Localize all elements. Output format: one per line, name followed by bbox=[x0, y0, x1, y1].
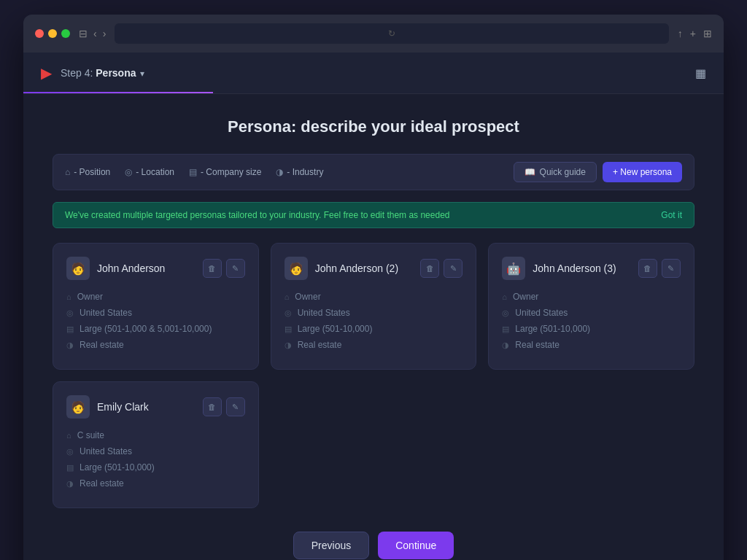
filter-company-size[interactable]: ▤ - Company size bbox=[189, 167, 261, 177]
size-detail-icon-3: ▤ bbox=[502, 324, 509, 334]
persona-name-area-4: 🧑 Emily Clark bbox=[66, 395, 149, 419]
browser-actions: ↑ + ⊞ bbox=[678, 28, 712, 39]
persona-name-area-2: 🧑 John Anderson (2) bbox=[285, 257, 398, 280]
industry-detail-icon: ◑ bbox=[66, 341, 74, 350]
persona-card-1: 🧑 John Anderson 🗑 ✎ ⌂ Owner ◎ bbox=[53, 243, 259, 370]
persona-detail-position-3: ⌂ Owner bbox=[502, 292, 681, 302]
persona-detail-industry-4: ◑ Real estate bbox=[66, 478, 245, 489]
delete-persona-1-button[interactable]: 🗑 bbox=[203, 259, 222, 278]
persona-detail-industry-3: ◑ Real estate bbox=[502, 340, 681, 350]
industry-icon: ◑ bbox=[276, 167, 283, 177]
step-dropdown-icon[interactable]: ▾ bbox=[140, 69, 144, 79]
delete-persona-4-button[interactable]: 🗑 bbox=[203, 397, 222, 416]
page-title: Persona: describe your ideal prospect bbox=[53, 117, 694, 136]
persona-actions-2: 🗑 ✎ bbox=[420, 259, 462, 278]
persona-header-1: 🧑 John Anderson 🗑 ✎ bbox=[66, 257, 245, 280]
persona-name-area-1: 🧑 John Anderson bbox=[66, 257, 165, 280]
persona-detail-location-3: ◎ United States bbox=[502, 308, 681, 318]
filter-bar: ⌂ - Position ◎ - Location ▤ - Company si… bbox=[53, 154, 694, 190]
back-icon[interactable]: ‹ bbox=[93, 28, 97, 39]
logo-area: ▶ Step 4: Persona ▾ bbox=[41, 64, 144, 82]
persona-card-4: 🧑 Emily Clark 🗑 ✎ ⌂ C suite ◎ bbox=[53, 381, 259, 508]
edit-persona-4-button[interactable]: ✎ bbox=[226, 397, 245, 416]
persona-detail-industry-2: ◑ Real estate bbox=[285, 340, 463, 350]
refresh-icon: ↻ bbox=[388, 28, 395, 39]
empty-slot-1 bbox=[271, 381, 477, 508]
persona-avatar-1: 🧑 bbox=[66, 257, 90, 280]
share-icon[interactable]: ↑ bbox=[678, 28, 683, 39]
continue-button[interactable]: Continue bbox=[378, 532, 454, 559]
notification-bar: We've created multiple targeted personas… bbox=[53, 202, 694, 228]
edit-persona-1-button[interactable]: ✎ bbox=[226, 259, 245, 278]
persona-header-3: 🤖 John Anderson (3) 🗑 ✎ bbox=[502, 257, 681, 280]
quick-guide-button[interactable]: 📖 Quick guide bbox=[514, 162, 597, 182]
persona-card-3: 🤖 John Anderson (3) 🗑 ✎ ⌂ Owner ◎ bbox=[488, 243, 694, 370]
persona-actions-1: 🗑 ✎ bbox=[203, 259, 245, 278]
persona-detail-size-2: ▤ Large (501-10,000) bbox=[285, 324, 463, 334]
step-label: Step 4: Persona ▾ bbox=[61, 67, 144, 79]
step-name: Persona bbox=[96, 67, 136, 79]
forward-icon[interactable]: › bbox=[103, 28, 107, 39]
location-detail-icon-2: ◎ bbox=[285, 308, 292, 318]
persona-actions-3: 🗑 ✎ bbox=[638, 259, 681, 278]
browser-nav: ⊟ ‹ › bbox=[79, 28, 106, 39]
position-detail-icon-3: ⌂ bbox=[502, 292, 507, 301]
page-container: ▶ Step 4: Persona ▾ ▦ Persona: describe … bbox=[23, 52, 724, 560]
filter-location[interactable]: ◎ - Location bbox=[125, 167, 174, 177]
maximize-button[interactable] bbox=[61, 29, 70, 38]
got-it-button[interactable]: Got it bbox=[661, 210, 682, 220]
filter-actions: 📖 Quick guide + New persona bbox=[514, 162, 682, 182]
personas-grid: 🧑 John Anderson 🗑 ✎ ⌂ Owner ◎ bbox=[53, 243, 694, 508]
filter-position[interactable]: ⌂ - Position bbox=[65, 167, 110, 177]
persona-detail-position-1: ⌂ Owner bbox=[66, 292, 245, 302]
persona-detail-position-2: ⌂ Owner bbox=[285, 292, 463, 302]
persona-detail-location-4: ◎ United States bbox=[66, 446, 245, 456]
persona-name-4: Emily Clark bbox=[97, 401, 149, 413]
calendar-icon[interactable]: ▦ bbox=[695, 66, 706, 80]
size-detail-icon-2: ▤ bbox=[285, 324, 292, 334]
persona-detail-location-1: ◎ United States bbox=[66, 308, 245, 318]
industry-detail-icon-4: ◑ bbox=[66, 479, 74, 489]
size-detail-icon: ▤ bbox=[66, 324, 74, 334]
position-icon: ⌂ bbox=[65, 167, 70, 177]
minimize-button[interactable] bbox=[48, 29, 57, 38]
empty-slot-2 bbox=[488, 381, 694, 508]
delete-persona-2-button[interactable]: 🗑 bbox=[420, 259, 439, 278]
filter-tags: ⌂ - Position ◎ - Location ▤ - Company si… bbox=[65, 167, 323, 177]
address-bar[interactable]: ↻ bbox=[115, 23, 668, 44]
top-bar: ▶ Step 4: Persona ▾ ▦ bbox=[23, 52, 724, 94]
browser-window: ⊟ ‹ › ↻ ↑ + ⊞ ▶ Step 4: Persona ▾ ▦ bbox=[23, 15, 724, 560]
location-detail-icon: ◎ bbox=[66, 308, 74, 318]
position-detail-icon-2: ⌂ bbox=[285, 292, 290, 301]
location-detail-icon-3: ◎ bbox=[502, 308, 509, 318]
persona-avatar-3: 🤖 bbox=[502, 257, 525, 280]
edit-persona-2-button[interactable]: ✎ bbox=[444, 259, 462, 278]
persona-detail-size-4: ▤ Large (501-10,000) bbox=[66, 462, 245, 472]
industry-detail-icon-3: ◑ bbox=[502, 341, 509, 350]
delete-persona-3-button[interactable]: 🗑 bbox=[638, 259, 657, 278]
industry-detail-icon-2: ◑ bbox=[285, 341, 292, 350]
persona-detail-location-2: ◎ United States bbox=[285, 308, 463, 318]
book-icon: 📖 bbox=[525, 167, 535, 177]
main-content: Persona: describe your ideal prospect ⌂ … bbox=[23, 94, 724, 560]
bottom-nav: Previous Continue bbox=[53, 532, 694, 560]
persona-header-2: 🧑 John Anderson (2) 🗑 ✎ bbox=[285, 257, 463, 280]
position-detail-icon-4: ⌂ bbox=[66, 431, 71, 440]
sidebar-toggle-icon[interactable]: ⊟ bbox=[79, 28, 88, 39]
new-tab-icon[interactable]: + bbox=[690, 28, 696, 39]
persona-name-1: John Anderson bbox=[97, 262, 165, 274]
edit-persona-3-button[interactable]: ✎ bbox=[662, 259, 681, 278]
size-detail-icon-4: ▤ bbox=[66, 463, 74, 472]
persona-avatar-4: 🧑 bbox=[66, 395, 90, 419]
grid-icon[interactable]: ⊞ bbox=[703, 28, 712, 39]
persona-card-2: 🧑 John Anderson (2) 🗑 ✎ ⌂ Owner ◎ bbox=[271, 243, 477, 370]
location-icon: ◎ bbox=[125, 167, 132, 177]
close-button[interactable] bbox=[35, 29, 44, 38]
location-detail-icon-4: ◎ bbox=[66, 447, 74, 456]
persona-detail-size-3: ▤ Large (501-10,000) bbox=[502, 324, 681, 334]
filter-industry[interactable]: ◑ - Industry bbox=[276, 167, 323, 177]
traffic-lights bbox=[35, 29, 70, 38]
previous-button[interactable]: Previous bbox=[293, 532, 369, 559]
position-detail-icon: ⌂ bbox=[66, 292, 71, 301]
new-persona-button[interactable]: + New persona bbox=[603, 162, 682, 182]
